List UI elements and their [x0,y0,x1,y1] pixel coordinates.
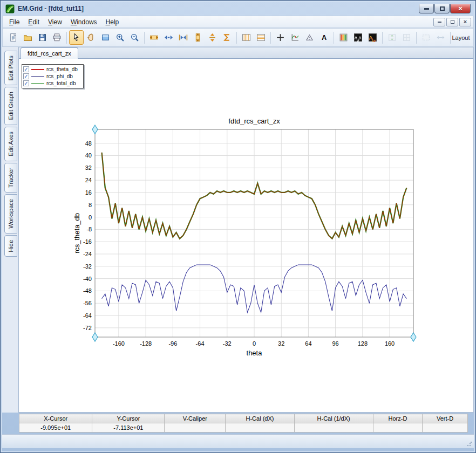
sidebar-tab-label: Edit Graph [8,92,14,120]
toolbar-separator [416,32,417,44]
y-tick-label: -24 [83,251,92,257]
open-file-button[interactable] [21,30,35,45]
new-document-icon [9,33,18,42]
window-title: EM.Grid - [fdtd_tut11] [18,5,84,12]
menu-view[interactable]: View [44,17,66,27]
x-tick-label: 160 [385,340,395,347]
mdi-close-button[interactable]: × [459,18,471,26]
y-tick-label: -64 [83,312,92,319]
selection-box-button[interactable] [419,30,433,45]
peak-marker-icon [305,33,314,42]
y-tick-label: 24 [85,177,92,183]
toolbar-separator [236,32,237,44]
minimize-button[interactable] [419,4,434,13]
menu-help[interactable]: Help [101,17,124,27]
sidebar-tab-edit-graph[interactable]: Edit Graph [4,87,17,125]
edit-axes-tool-icon [290,33,300,42]
legend-checkbox-rcs_total_db[interactable]: ✓ [23,80,29,86]
legend-checkbox-rcs_phi_db[interactable]: ✓ [23,73,29,79]
cursor-readout-bar: X-CursorY-CursorV-CaliperH-Cal (dX)H-Cal… [19,414,468,433]
autoscale-vertical-icon [222,33,232,42]
new-document-button[interactable] [6,30,21,45]
y-tick-label: -48 [83,287,92,294]
x-tick-label: -160 [113,340,125,347]
expand-horizontal-button[interactable] [147,30,161,45]
zoom-region-icon [101,33,110,42]
legend-label: rcs_theta_db [46,66,78,72]
select-pointer-button[interactable] [69,30,84,45]
sidebar-tab-edit-plots[interactable]: Edit Plots [4,51,17,85]
tab-fdtd-rcs-cart-zx[interactable]: fdtd_rcs_cart_zx [21,47,78,59]
mdi-buttons: × [432,18,471,26]
zoom-region-button[interactable] [98,30,113,45]
axis-handle-icon[interactable] [92,125,98,134]
mdi-minimize-icon [438,21,441,23]
layout-button[interactable]: Layout [453,30,467,45]
scroll-horizontal-button[interactable] [161,30,176,45]
cursor-value-cell [423,423,468,433]
spectrum-plot-button[interactable] [351,30,365,45]
mdi-minimize-button[interactable] [433,18,445,26]
toolbar-separator [382,32,383,44]
cursor-col-horz-d: Horz-D [373,414,422,423]
save-icon [38,33,47,42]
autoscale-vertical-button[interactable] [220,30,234,45]
close-button[interactable]: × [450,4,471,13]
sidebar-tab-hide[interactable]: Hide [4,235,17,257]
zoom-in-button[interactable] [113,30,127,45]
scroll-vertical-icon [208,33,217,42]
add-cursor-button[interactable] [273,30,288,45]
save-button[interactable] [35,30,50,45]
zoom-out-button[interactable] [127,30,142,45]
chart-title: fdtd_rcs_cart_zx [228,117,280,125]
sidebar-tab-edit-axes[interactable]: Edit Axes [4,127,17,161]
sidebar-tab-label: Tracker [8,168,14,188]
axis-handle-icon[interactable] [411,333,416,341]
scroll-vertical-button[interactable] [205,30,220,45]
horizontal-markers-icon [256,33,266,42]
x-tick-label: -128 [140,340,152,347]
compress-horizontal-button[interactable] [176,30,191,45]
cursor-value-cell: -9.095e+01 [19,423,92,433]
compress-horizontal-icon [179,33,188,42]
menu-edit[interactable]: Edit [24,17,44,27]
fit-vertical-button[interactable] [385,30,399,45]
chart[interactable]: -160-128-96-64-3203264961281604840322416… [19,59,473,412]
toolbar-separator [270,32,271,44]
scroll-horizontal-icon [164,33,173,42]
sidebar-tab-label: Hide [8,240,14,252]
x-tick-label: -64 [196,340,205,347]
mdi-restore-button[interactable] [446,18,458,26]
legend-label: rcs_phi_db [46,73,73,79]
title-bar[interactable]: EM.Grid - [fdtd_tut11] × [2,2,474,16]
plot-canvas[interactable]: ✓rcs_theta_db✓rcs_phi_db✓rcs_total_db -1… [19,59,473,412]
pan-hand-button[interactable] [84,30,98,45]
sidebar-tab-label: Edit Plots [8,56,14,80]
legend-checkbox-rcs_theta_db[interactable]: ✓ [23,66,29,72]
grid-cross-button[interactable] [399,30,414,45]
sidebar-tab-workspace[interactable]: Workspace [4,194,17,234]
axis-handle-icon[interactable] [92,333,98,341]
zoom-out-icon [130,33,139,42]
multi-spectrum-plot-button[interactable] [365,30,380,45]
peak-marker-button[interactable] [302,30,317,45]
menu-file[interactable]: File [5,17,24,27]
edit-axes-tool-button[interactable] [288,30,302,45]
cursor-col-y-cursor: Y-Cursor [92,414,165,423]
sidebar-tab-tracker[interactable]: Tracker [4,163,17,193]
print-button[interactable] [50,30,64,45]
y-tick-label: -40 [83,276,92,282]
expand-vertical-button[interactable] [191,30,205,45]
vertical-markers-button[interactable] [239,30,254,45]
fit-horizontal-button[interactable] [433,30,448,45]
window-buttons: × [418,4,471,13]
resize-grip-icon[interactable] [466,441,473,447]
horizontal-markers-button[interactable] [254,30,268,45]
legend-row-rcs_theta_db: ✓rcs_theta_db [23,66,78,73]
maximize-button[interactable] [434,4,450,13]
y-axis-label: rcs_theta_db [73,213,81,253]
color-map-button[interactable] [336,30,351,45]
menu-windows[interactable]: Windows [66,17,101,27]
add-text-button[interactable]: A [317,30,331,45]
x-tick-label: 128 [358,340,368,347]
